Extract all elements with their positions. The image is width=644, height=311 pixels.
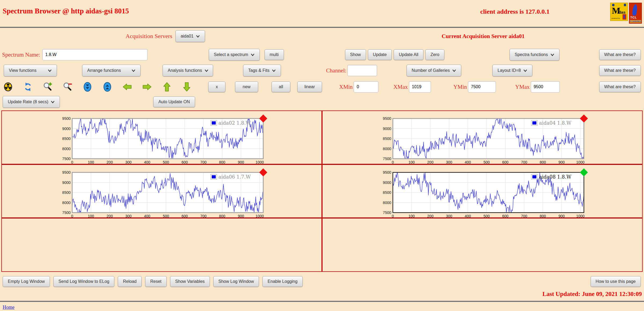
- svg-text:600: 600: [182, 214, 188, 218]
- layout-id-dropdown[interactable]: Layout ID=8: [492, 65, 532, 76]
- multi-button[interactable]: multi: [265, 49, 284, 60]
- spectrum-chart-aida02[interactable]: 7500800085009000950001002003004005006007…: [61, 114, 269, 166]
- update-rate-label: Update Rate (8 secs): [8, 99, 48, 104]
- chevron-down-icon: [272, 69, 276, 72]
- shift-up-icon[interactable]: [103, 82, 112, 92]
- svg-text:0: 0: [71, 214, 73, 218]
- update-button[interactable]: Update: [368, 49, 392, 60]
- update-row: Update Rate (8 secs) Auto Update ON: [0, 95, 644, 108]
- channel-input[interactable]: [347, 65, 377, 76]
- linear-button[interactable]: linear: [297, 82, 322, 92]
- svg-text:700: 700: [200, 214, 207, 218]
- svg-text:8500: 8500: [383, 136, 391, 141]
- midas-mini-tcl-icon: [623, 14, 626, 20]
- all-button[interactable]: all: [272, 82, 290, 92]
- update-all-button[interactable]: Update All: [394, 49, 423, 60]
- analysis-functions-label: Analysis functions: [168, 68, 202, 73]
- spectrum-row: Spectrum Name: Select a spectrum multi S…: [0, 48, 644, 61]
- svg-text:0: 0: [392, 160, 394, 164]
- footer-button-show-log-window[interactable]: Show Log Window: [213, 276, 259, 287]
- ymin-label: YMin: [453, 84, 467, 90]
- svg-text:800: 800: [219, 160, 225, 164]
- svg-text:7500: 7500: [62, 157, 71, 161]
- channel-label: Channel:: [326, 67, 346, 74]
- shift-down-icon[interactable]: [83, 82, 92, 92]
- arrow-right-icon[interactable]: [142, 82, 152, 92]
- analysis-functions-dropdown[interactable]: Analysis functions: [163, 65, 213, 76]
- chevron-down-icon: [204, 69, 208, 72]
- arrow-up-icon[interactable]: [162, 82, 172, 92]
- spectrum-chart-aida08[interactable]: 7500800085009000950001002003004005006007…: [382, 168, 590, 220]
- arrow-down-icon[interactable]: [182, 82, 192, 92]
- refresh-icon[interactable]: [23, 82, 33, 92]
- tcl-powered-logo-icon: TCL POWERED: [629, 3, 642, 24]
- svg-text:900: 900: [558, 214, 565, 218]
- ymin-input[interactable]: [468, 81, 496, 92]
- arrange-functions-dropdown[interactable]: Arrange functions: [82, 65, 141, 76]
- home-link[interactable]: Home: [3, 305, 14, 310]
- spectrum-chart-aida04[interactable]: 7500800085009000950001002003004005006007…: [382, 114, 590, 166]
- zoom-out-icon[interactable]: [63, 82, 72, 92]
- midas-logo-idas: idas: [617, 10, 625, 14]
- svg-text:300: 300: [446, 160, 452, 164]
- number-of-galleries-dropdown[interactable]: Number of Galleries: [407, 65, 461, 76]
- what-are-these-button-2[interactable]: What are these?: [599, 65, 641, 76]
- show-button[interactable]: Show: [345, 49, 366, 60]
- footer-button-empty-log-window[interactable]: Empty Log Window: [3, 276, 50, 287]
- spectrum-name-input[interactable]: [42, 49, 148, 60]
- footer-button-enable-logging[interactable]: Enable Logging: [262, 276, 302, 287]
- xmax-input[interactable]: [409, 81, 431, 92]
- svg-text:500: 500: [163, 214, 169, 218]
- arrow-left-icon[interactable]: [122, 82, 132, 92]
- footer-divider: [0, 301, 644, 302]
- svg-text:1000: 1000: [255, 214, 264, 218]
- footer-button-show-variables[interactable]: Show Variables: [170, 276, 210, 287]
- zoom-in-icon[interactable]: [43, 82, 53, 92]
- svg-text:8000: 8000: [383, 201, 391, 205]
- layout-id-label: Layout ID=8: [497, 68, 521, 73]
- footer-button-send-log-window-to-elog[interactable]: Send Log Window to ELog: [53, 276, 114, 287]
- svg-text:9000: 9000: [62, 127, 71, 131]
- gallery-cell-5-empty: [1, 218, 322, 272]
- auto-update-button[interactable]: Auto Update ON: [153, 97, 195, 107]
- xmin-input[interactable]: [354, 81, 378, 92]
- svg-text:900: 900: [238, 214, 244, 218]
- footer-button-reset[interactable]: Reset: [145, 276, 167, 287]
- new-button[interactable]: new: [235, 82, 258, 92]
- what-are-these-button-1[interactable]: What are these?: [599, 49, 641, 60]
- tags-fits-label: Tags & Fits: [248, 68, 269, 73]
- footer-buttons: Empty Log WindowSend Log Window to ELogR…: [3, 276, 303, 287]
- svg-text:7500: 7500: [383, 157, 391, 161]
- xmin-label: XMin: [339, 84, 353, 90]
- radiation-icon[interactable]: [3, 82, 13, 92]
- spectrum-chart-aida06[interactable]: 7500800085009000950001002003004005006007…: [61, 168, 269, 220]
- svg-text:700: 700: [521, 214, 527, 218]
- xmax-label: XMax: [393, 84, 408, 90]
- update-rate-dropdown[interactable]: Update Rate (8 secs): [3, 96, 60, 108]
- number-of-galleries-label: Number of Galleries: [412, 68, 450, 73]
- svg-text:300: 300: [125, 214, 132, 218]
- svg-text:400: 400: [144, 214, 151, 218]
- how-to-use-button[interactable]: How to use this page: [591, 276, 641, 287]
- x-axis-button[interactable]: x: [208, 82, 225, 92]
- zero-button[interactable]: Zero: [425, 49, 444, 60]
- acquisition-server-select[interactable]: aida01: [175, 30, 205, 42]
- svg-text:900: 900: [558, 160, 565, 164]
- svg-text:100: 100: [408, 214, 415, 218]
- select-spectrum-dropdown[interactable]: Select a spectrum: [209, 49, 260, 61]
- footer-button-reload[interactable]: Reload: [118, 276, 142, 287]
- view-functions-dropdown[interactable]: View functions: [4, 65, 57, 76]
- midas-logo-emblem2-icon: [624, 4, 626, 6]
- svg-text:100: 100: [88, 160, 94, 164]
- svg-text:1000: 1000: [576, 160, 584, 164]
- arrange-functions-label: Arrange functions: [87, 68, 121, 73]
- svg-text:8500: 8500: [62, 136, 71, 141]
- what-are-these-button-3[interactable]: What are these?: [599, 82, 641, 92]
- ymax-input[interactable]: [531, 81, 560, 92]
- chevron-down-icon: [48, 69, 52, 72]
- gallery-cell-4: 7500800085009000950001002003004005006007…: [322, 164, 643, 218]
- svg-text:8000: 8000: [62, 147, 71, 151]
- svg-text:aida06 1.7.W: aida06 1.7.W: [218, 174, 251, 180]
- tags-fits-dropdown[interactable]: Tags & Fits: [243, 65, 281, 76]
- spectra-functions-dropdown[interactable]: Spectra functions: [510, 49, 559, 61]
